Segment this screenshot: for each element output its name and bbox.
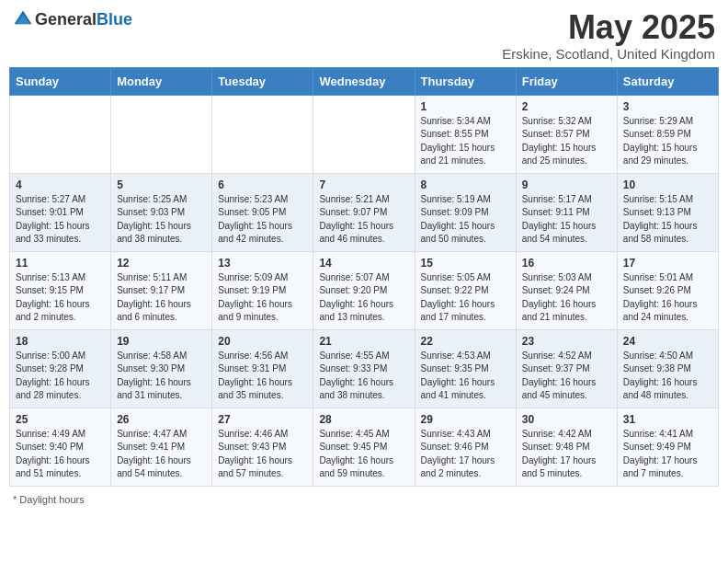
day-info: Sunrise: 4:46 AM Sunset: 9:43 PM Dayligh…	[218, 428, 307, 481]
day-info: Sunrise: 5:34 AM Sunset: 8:55 PM Dayligh…	[421, 115, 510, 168]
logo-text: GeneralBlue	[35, 10, 132, 29]
day-number: 27	[218, 413, 307, 426]
day-info: Sunrise: 5:00 AM Sunset: 9:28 PM Dayligh…	[16, 350, 105, 403]
calendar-cell: 9Sunrise: 5:17 AM Sunset: 9:11 PM Daylig…	[516, 173, 617, 251]
day-number: 6	[218, 178, 307, 191]
day-number: 5	[117, 178, 206, 191]
day-info: Sunrise: 5:19 AM Sunset: 9:09 PM Dayligh…	[421, 193, 510, 247]
calendar-cell: 20Sunrise: 4:56 AM Sunset: 9:31 PM Dayli…	[212, 329, 313, 408]
day-number: 28	[319, 413, 408, 426]
day-header-tuesday: Tuesday	[212, 67, 313, 95]
day-number: 8	[421, 178, 510, 191]
day-info: Sunrise: 4:52 AM Sunset: 9:37 PM Dayligh…	[522, 350, 611, 403]
day-number: 12	[117, 257, 206, 270]
day-info: Sunrise: 4:50 AM Sunset: 9:38 PM Dayligh…	[623, 350, 712, 403]
day-number: 26	[117, 413, 206, 426]
calendar-cell	[313, 95, 415, 173]
day-info: Sunrise: 4:42 AM Sunset: 9:48 PM Dayligh…	[522, 428, 611, 481]
day-number: 10	[623, 178, 712, 191]
logo-blue: Blue	[97, 10, 132, 29]
day-info: Sunrise: 5:17 AM Sunset: 9:11 PM Dayligh…	[522, 193, 611, 247]
title-area: May 2025 Erskine, Scotland, United Kingd…	[502, 9, 715, 62]
day-number: 20	[218, 335, 307, 348]
days-of-week-row: SundayMondayTuesdayWednesdayThursdayFrid…	[10, 67, 719, 95]
calendar-cell: 12Sunrise: 5:11 AM Sunset: 9:17 PM Dayli…	[111, 251, 212, 329]
day-info: Sunrise: 5:21 AM Sunset: 9:07 PM Dayligh…	[319, 193, 408, 247]
day-number: 16	[522, 257, 611, 270]
day-info: Sunrise: 5:25 AM Sunset: 9:03 PM Dayligh…	[117, 193, 206, 247]
day-number: 11	[16, 257, 105, 270]
calendar-cell: 2Sunrise: 5:32 AM Sunset: 8:57 PM Daylig…	[516, 95, 617, 173]
calendar-week-1: 1Sunrise: 5:34 AM Sunset: 8:55 PM Daylig…	[10, 95, 719, 173]
calendar-header: SundayMondayTuesdayWednesdayThursdayFrid…	[10, 67, 719, 95]
day-number: 7	[319, 178, 408, 191]
day-info: Sunrise: 5:05 AM Sunset: 9:22 PM Dayligh…	[421, 271, 510, 325]
day-header-friday: Friday	[516, 67, 617, 95]
day-info: Sunrise: 5:32 AM Sunset: 8:57 PM Dayligh…	[522, 115, 611, 168]
day-number: 1	[421, 100, 510, 113]
day-number: 31	[623, 413, 712, 426]
day-header-monday: Monday	[111, 67, 212, 95]
day-number: 2	[522, 100, 611, 113]
day-info: Sunrise: 5:09 AM Sunset: 9:19 PM Dayligh…	[218, 271, 307, 325]
subtitle: Erskine, Scotland, United Kingdom	[502, 46, 715, 62]
calendar-cell: 1Sunrise: 5:34 AM Sunset: 8:55 PM Daylig…	[415, 95, 516, 173]
day-info: Sunrise: 4:53 AM Sunset: 9:35 PM Dayligh…	[421, 350, 510, 403]
day-info: Sunrise: 5:01 AM Sunset: 9:26 PM Dayligh…	[623, 271, 712, 325]
calendar-cell	[111, 95, 212, 173]
day-info: Sunrise: 5:15 AM Sunset: 9:13 PM Dayligh…	[623, 193, 712, 247]
day-header-thursday: Thursday	[415, 67, 516, 95]
day-number: 18	[16, 335, 105, 348]
calendar-cell: 10Sunrise: 5:15 AM Sunset: 9:13 PM Dayli…	[617, 173, 718, 251]
calendar-cell: 5Sunrise: 5:25 AM Sunset: 9:03 PM Daylig…	[111, 173, 212, 251]
calendar-week-3: 11Sunrise: 5:13 AM Sunset: 9:15 PM Dayli…	[10, 251, 719, 329]
day-header-wednesday: Wednesday	[313, 67, 415, 95]
calendar-cell: 6Sunrise: 5:23 AM Sunset: 9:05 PM Daylig…	[212, 173, 313, 251]
day-info: Sunrise: 5:23 AM Sunset: 9:05 PM Dayligh…	[218, 193, 307, 247]
calendar-body: 1Sunrise: 5:34 AM Sunset: 8:55 PM Daylig…	[10, 95, 719, 486]
calendar-cell: 15Sunrise: 5:05 AM Sunset: 9:22 PM Dayli…	[415, 251, 516, 329]
calendar-cell: 26Sunrise: 4:47 AM Sunset: 9:41 PM Dayli…	[111, 408, 212, 486]
calendar-cell: 30Sunrise: 4:42 AM Sunset: 9:48 PM Dayli…	[516, 408, 617, 486]
calendar-cell: 24Sunrise: 4:50 AM Sunset: 9:38 PM Dayli…	[617, 329, 718, 408]
calendar-cell: 14Sunrise: 5:07 AM Sunset: 9:20 PM Dayli…	[313, 251, 415, 329]
day-number: 30	[522, 413, 611, 426]
calendar-cell: 22Sunrise: 4:53 AM Sunset: 9:35 PM Dayli…	[415, 329, 516, 408]
day-number: 25	[16, 413, 105, 426]
calendar-cell: 4Sunrise: 5:27 AM Sunset: 9:01 PM Daylig…	[10, 173, 111, 251]
day-info: Sunrise: 4:41 AM Sunset: 9:49 PM Dayligh…	[623, 428, 712, 481]
main-title: May 2025	[502, 9, 715, 46]
logo-general: General	[35, 10, 97, 29]
day-header-sunday: Sunday	[10, 67, 111, 95]
day-number: 22	[421, 335, 510, 348]
day-info: Sunrise: 4:45 AM Sunset: 9:45 PM Dayligh…	[319, 428, 408, 481]
calendar-cell: 23Sunrise: 4:52 AM Sunset: 9:37 PM Dayli…	[516, 329, 617, 408]
logo-icon	[13, 9, 33, 29]
calendar-cell: 18Sunrise: 5:00 AM Sunset: 9:28 PM Dayli…	[10, 329, 111, 408]
calendar-cell: 13Sunrise: 5:09 AM Sunset: 9:19 PM Dayli…	[212, 251, 313, 329]
day-info: Sunrise: 4:55 AM Sunset: 9:33 PM Dayligh…	[319, 350, 408, 403]
calendar-week-4: 18Sunrise: 5:00 AM Sunset: 9:28 PM Dayli…	[10, 329, 719, 408]
calendar-cell: 27Sunrise: 4:46 AM Sunset: 9:43 PM Dayli…	[212, 408, 313, 486]
day-info: Sunrise: 5:11 AM Sunset: 9:17 PM Dayligh…	[117, 271, 206, 325]
calendar-cell: 25Sunrise: 4:49 AM Sunset: 9:40 PM Dayli…	[10, 408, 111, 486]
day-number: 21	[319, 335, 408, 348]
header: GeneralBlue May 2025 Erskine, Scotland, …	[9, 9, 719, 62]
day-info: Sunrise: 4:58 AM Sunset: 9:30 PM Dayligh…	[117, 350, 206, 403]
logo: GeneralBlue	[13, 9, 132, 29]
day-number: 13	[218, 257, 307, 270]
calendar-week-2: 4Sunrise: 5:27 AM Sunset: 9:01 PM Daylig…	[10, 173, 719, 251]
day-info: Sunrise: 5:13 AM Sunset: 9:15 PM Dayligh…	[16, 271, 105, 325]
calendar-cell: 11Sunrise: 5:13 AM Sunset: 9:15 PM Dayli…	[10, 251, 111, 329]
footer-note: * Daylight hours	[9, 494, 719, 505]
day-number: 23	[522, 335, 611, 348]
day-info: Sunrise: 5:03 AM Sunset: 9:24 PM Dayligh…	[522, 271, 611, 325]
day-number: 19	[117, 335, 206, 348]
calendar-cell	[10, 95, 111, 173]
calendar-cell: 7Sunrise: 5:21 AM Sunset: 9:07 PM Daylig…	[313, 173, 415, 251]
calendar-cell: 29Sunrise: 4:43 AM Sunset: 9:46 PM Dayli…	[415, 408, 516, 486]
day-header-saturday: Saturday	[617, 67, 718, 95]
day-number: 9	[522, 178, 611, 191]
day-info: Sunrise: 4:56 AM Sunset: 9:31 PM Dayligh…	[218, 350, 307, 403]
daylight-label: Daylight hours	[19, 494, 84, 505]
